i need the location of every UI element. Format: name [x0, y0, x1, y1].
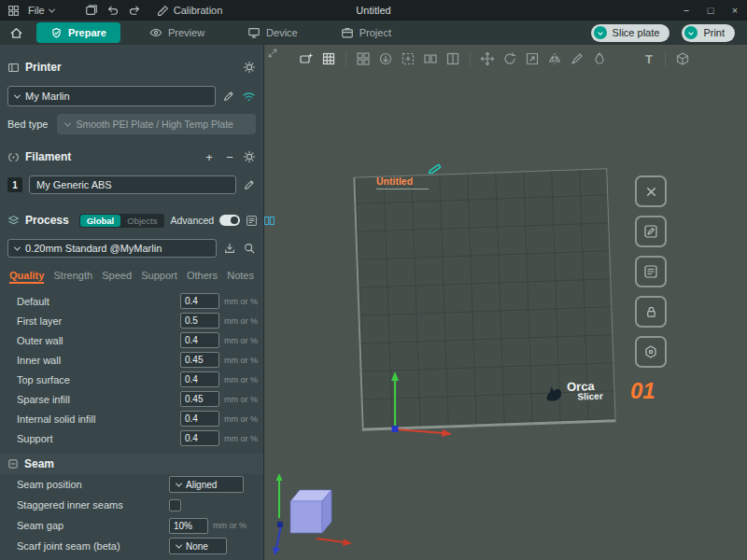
text-tool-icon[interactable]: T	[641, 52, 656, 66]
edit-plate-name-icon[interactable]	[427, 161, 444, 177]
plate-name[interactable]: Untitled	[376, 172, 429, 189]
process-tab-quality[interactable]: Quality	[9, 270, 44, 284]
process-tab-notes[interactable]: Notes	[227, 270, 254, 284]
process-tabs: Quality Strength Speed Support Others No…	[0, 265, 263, 284]
chevron-down-icon	[14, 244, 21, 250]
setting-input[interactable]: 0.4	[180, 371, 219, 387]
setting-input[interactable]: 0.45	[180, 352, 219, 368]
printer-select[interactable]: My Marlin	[7, 86, 216, 106]
tab-preview[interactable]: Preview	[135, 22, 218, 43]
staggered-seams-checkbox[interactable]	[169, 499, 181, 511]
remove-filament-button[interactable]: −	[222, 150, 237, 164]
bed-type-value: Smooth PEI Plate / High Temp Plate	[76, 119, 233, 130]
bed-type-select[interactable]: Smooth PEI Plate / High Temp Plate	[57, 114, 256, 134]
calibration-label: Calibration	[174, 5, 223, 16]
main-tabbar: Prepare Preview Device Project Slice pla…	[0, 21, 747, 45]
print-options-dropdown[interactable]	[684, 26, 698, 39]
setting-label: Top surface	[17, 374, 180, 385]
print-label: Print	[703, 27, 725, 38]
filament-select[interactable]: My Generic ABS	[29, 175, 236, 194]
print-button[interactable]: Print	[682, 24, 735, 42]
advanced-toggle[interactable]	[219, 215, 240, 226]
move-icon[interactable]	[479, 50, 496, 67]
tab-prepare[interactable]: Prepare	[36, 22, 120, 43]
app-menu-icon[interactable]	[7, 5, 20, 17]
close-icon	[644, 185, 658, 199]
seam-gap-input[interactable]: 10%	[169, 518, 208, 534]
scope-objects-button[interactable]: Objects	[120, 215, 163, 227]
plate-settings-button[interactable]	[635, 336, 667, 368]
plate-grid-icon[interactable]	[320, 50, 337, 67]
settings-list: Default 0.4 mm or % First layer 0.5 mm o…	[0, 291, 263, 556]
filament-settings-gear-icon[interactable]	[243, 150, 256, 163]
calibration-menu[interactable]: Calibration	[157, 5, 223, 17]
home-button[interactable]	[9, 26, 23, 40]
seam-paint-icon[interactable]	[591, 50, 608, 67]
process-preset-value: 0.20mm Standard @MyMarlin	[25, 243, 162, 254]
seam-position-select[interactable]: Aligned	[169, 476, 244, 493]
save-preset-icon[interactable]	[223, 242, 236, 255]
split-objects-icon[interactable]	[422, 50, 439, 67]
images-icon[interactable]	[85, 4, 98, 17]
slice-options-dropdown[interactable]	[594, 26, 607, 39]
chevron-down-icon	[49, 6, 55, 12]
undo-icon[interactable]	[106, 4, 120, 17]
tab-prepare-label: Prepare	[68, 27, 106, 38]
process-preset-select[interactable]: 0.20mm Standard @MyMarlin	[7, 239, 217, 258]
process-tab-strength[interactable]: Strength	[53, 270, 92, 284]
arrange-plate-button[interactable]	[635, 256, 667, 287]
setting-input[interactable]: 0.4	[180, 332, 219, 348]
wifi-icon[interactable]	[242, 91, 256, 103]
setting-input[interactable]: 0.5	[180, 313, 219, 329]
process-tab-others[interactable]: Others	[187, 270, 218, 284]
auto-orient-icon[interactable]	[377, 50, 394, 67]
expand-panel-icon[interactable]	[267, 48, 278, 59]
object-thumbnail[interactable]	[270, 469, 359, 558]
collapse-sidebar-icon[interactable]	[7, 62, 20, 74]
mirror-icon[interactable]	[546, 50, 563, 67]
process-list-icon[interactable]	[246, 215, 258, 227]
rotate-icon[interactable]	[501, 50, 518, 67]
slice-plate-button[interactable]: Slice plate	[591, 24, 670, 42]
setting-input[interactable]: 0.45	[180, 391, 219, 407]
assembly-view-icon[interactable]	[674, 50, 691, 67]
calibration-icon	[157, 5, 169, 17]
maximize-button[interactable]: □	[698, 0, 723, 21]
process-tab-speed[interactable]: Speed	[102, 270, 132, 284]
tab-device[interactable]: Device	[233, 22, 312, 43]
edit-printer-icon[interactable]	[222, 90, 235, 103]
plate-name-text[interactable]: Untitled	[376, 175, 429, 189]
setting-input[interactable]: 0.4	[180, 411, 219, 427]
arrange-icon[interactable]	[355, 50, 372, 67]
printer-settings-gear-icon[interactable]	[243, 61, 256, 74]
collapse-section-icon[interactable]	[7, 458, 19, 469]
lock-plate-button[interactable]	[635, 296, 667, 328]
edit-plate-button[interactable]	[635, 216, 667, 247]
support-paint-icon[interactable]	[569, 50, 585, 67]
setting-unit: mm or %	[224, 395, 258, 404]
setting-label: Internal solid infill	[17, 413, 180, 425]
split-parts-icon[interactable]	[444, 50, 461, 67]
setting-input[interactable]: 0.4	[180, 430, 219, 446]
process-tab-support[interactable]: Support	[141, 270, 177, 284]
add-plate-icon[interactable]	[298, 50, 315, 67]
redo-icon[interactable]	[128, 4, 141, 17]
close-button[interactable]: ×	[723, 0, 747, 21]
delete-plate-button[interactable]	[635, 175, 667, 207]
search-icon[interactable]	[243, 242, 256, 255]
compare-presets-icon[interactable]	[263, 215, 275, 227]
file-menu[interactable]: File	[28, 5, 54, 16]
scarf-seam-select[interactable]: None	[169, 538, 227, 554]
scale-icon[interactable]	[524, 50, 541, 67]
minimize-button[interactable]: −	[674, 0, 698, 21]
fill-bed-icon[interactable]	[400, 50, 416, 67]
add-filament-button[interactable]: +	[202, 150, 217, 164]
setting-label: Seam gap	[17, 520, 169, 531]
chevron-down-icon	[64, 119, 71, 126]
setting-input[interactable]: 0.4	[180, 293, 219, 309]
scope-global-button[interactable]: Global	[80, 215, 121, 227]
edit-filament-icon[interactable]	[243, 178, 256, 191]
setting-label: Scarf joint seam (beta)	[17, 540, 169, 552]
tab-project[interactable]: Project	[327, 22, 405, 43]
viewport-3d[interactable]: T Orca Slicer Untitled 01	[264, 45, 747, 560]
